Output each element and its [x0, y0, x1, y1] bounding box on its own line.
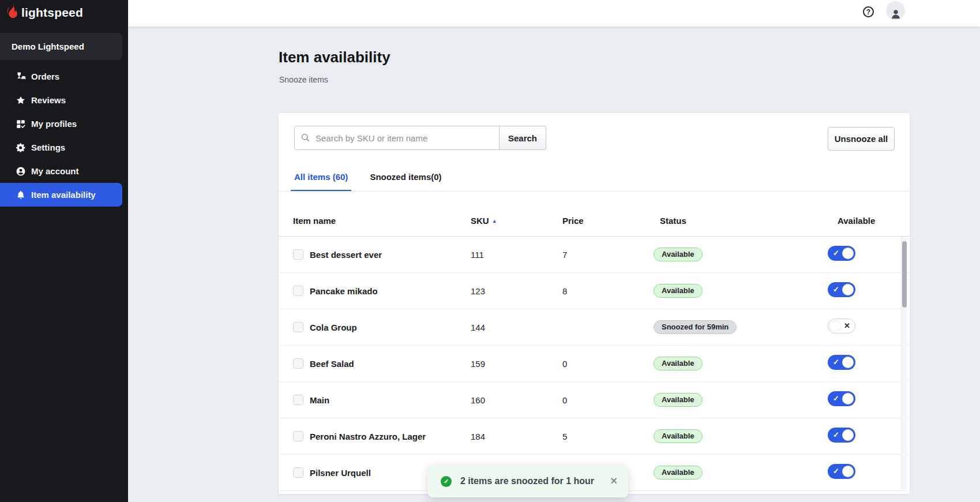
sidebar-item-label: My profiles: [31, 119, 77, 129]
status-badge: Available: [654, 393, 703, 407]
scrollbar-track[interactable]: [901, 237, 907, 491]
table-row: Beef Salad 159 0 Available ✓: [279, 346, 910, 382]
sidebar-item-my-account[interactable]: My account: [0, 159, 122, 183]
toast-notification: ✓ 2 items are snoozed for 1 hour ✕: [428, 465, 628, 497]
toggle-cell: ✕: [828, 319, 855, 336]
toggle-cell: ✓: [828, 428, 855, 445]
item-price: 7: [562, 250, 567, 260]
availability-toggle-off[interactable]: ✕: [828, 319, 855, 334]
orders-icon: [16, 72, 26, 82]
tabs: All items (60)Snoozed items(0): [291, 171, 460, 192]
check-icon: ✓: [833, 467, 839, 475]
item-name: Main: [310, 395, 329, 405]
row-checkbox[interactable]: [293, 322, 303, 332]
toggle-knob: [842, 429, 854, 441]
availability-toggle-on[interactable]: ✓: [828, 464, 855, 479]
column-status[interactable]: Status: [660, 216, 686, 226]
check-icon: ✓: [833, 285, 839, 294]
scrollbar-thumb[interactable]: [902, 241, 907, 308]
tab-all-items-60[interactable]: All items (60): [291, 171, 351, 192]
column-item-name[interactable]: Item name: [293, 216, 336, 226]
account-icon: [16, 166, 26, 177]
availability-toggle-on[interactable]: ✓: [828, 282, 855, 297]
row-checkbox[interactable]: [293, 431, 303, 441]
availability-toggle-on[interactable]: ✓: [828, 246, 855, 261]
item-name: Cola Group: [310, 323, 357, 332]
table-row: Cola Group 144 Snoozed for 59min ✕: [279, 309, 910, 346]
sidebar-item-label: Settings: [31, 143, 65, 152]
search-group: Search: [294, 126, 546, 150]
column-available[interactable]: Available: [838, 216, 875, 226]
item-name: Beef Salad: [310, 359, 354, 369]
sidebar-item-label: Orders: [31, 72, 59, 81]
search-input[interactable]: [294, 126, 500, 150]
sidebar: lightspeed Demo Lightspeed OrdersReviews…: [0, 0, 128, 502]
row-checkbox[interactable]: [293, 286, 303, 296]
toggle-knob: [842, 393, 854, 404]
item-sku: 111: [471, 250, 484, 260]
page-subtitle: Snooze items: [279, 75, 328, 84]
sidebar-item-label: Reviews: [31, 95, 66, 105]
item-name: Pancake mikado: [310, 286, 378, 296]
lightspeed-flame-icon: [6, 3, 19, 21]
star-icon: [16, 95, 26, 106]
unsnooze-all-button[interactable]: Unsnooze all: [828, 127, 895, 151]
success-check-icon: ✓: [441, 476, 452, 487]
check-icon: ✓: [833, 430, 839, 439]
search-button[interactable]: Search: [500, 126, 546, 150]
workspace-selector[interactable]: Demo Lightspeed: [0, 33, 122, 60]
item-name: Pilsner Urquell: [310, 468, 371, 478]
row-checkbox[interactable]: [293, 358, 303, 369]
column-sku[interactable]: SKU▲: [471, 216, 497, 226]
row-checkbox[interactable]: [293, 249, 303, 260]
item-price: 0: [562, 359, 567, 369]
table-header: Item name SKU▲ Price Status Available: [279, 192, 910, 237]
availability-toggle-on[interactable]: ✓: [828, 355, 855, 370]
sidebar-nav: OrdersReviewsMy profilesSettingsMy accou…: [0, 65, 122, 207]
check-icon: ✓: [833, 394, 839, 403]
sort-asc-icon: ▲: [492, 218, 497, 224]
sidebar-item-label: My account: [31, 166, 79, 176]
table-row: Peroni Nastro Azzuro, Lager 184 5 Availa…: [279, 418, 910, 455]
toggle-cell: ✓: [828, 282, 855, 299]
toggle-knob: [829, 320, 841, 332]
sidebar-item-orders[interactable]: Orders: [0, 65, 122, 88]
help-icon[interactable]: ?: [863, 6, 874, 17]
tab-snoozed-items-0[interactable]: Snoozed items(0): [366, 171, 445, 192]
sidebar-item-reviews[interactable]: Reviews: [0, 88, 122, 112]
item-price: 8: [562, 286, 567, 296]
availability-toggle-on[interactable]: ✓: [828, 428, 855, 443]
item-name: Best dessert ever: [310, 250, 382, 260]
availability-toggle-on[interactable]: ✓: [828, 391, 855, 406]
toggle-knob: [842, 284, 854, 295]
user-avatar-icon[interactable]: [886, 1, 905, 20]
topbar: ?: [128, 0, 980, 27]
toast-message: 2 items are snoozed for 1 hour: [460, 476, 594, 486]
logo-text: lightspeed: [21, 6, 83, 20]
profiles-icon: [16, 119, 26, 129]
toggle-cell: ✓: [828, 355, 855, 372]
status-badge: Available: [654, 284, 703, 298]
item-sku: 159: [471, 359, 485, 369]
check-icon: ✓: [833, 249, 839, 257]
column-price[interactable]: Price: [562, 216, 584, 226]
sidebar-item-label: Item availability: [31, 190, 96, 200]
sidebar-item-item-availability[interactable]: Item availability: [0, 183, 122, 207]
item-price: 5: [562, 432, 567, 441]
table-row: Main 160 0 Available ✓: [279, 382, 910, 418]
close-icon[interactable]: ✕: [610, 475, 618, 486]
table-body: Best dessert ever 111 7 Available ✓ Panc…: [279, 237, 910, 491]
status-badge: Available: [654, 466, 703, 479]
toggle-cell: ✓: [828, 246, 855, 263]
status-badge: Available: [654, 248, 703, 261]
item-sku: 123: [471, 286, 485, 296]
status-badge: Available: [654, 357, 703, 370]
sidebar-item-settings[interactable]: Settings: [0, 136, 122, 159]
status-badge: Available: [654, 429, 703, 443]
toggle-knob: [842, 466, 854, 477]
check-icon: ✓: [833, 358, 839, 366]
row-checkbox[interactable]: [293, 467, 303, 478]
bell-icon: [16, 190, 26, 200]
sidebar-item-my-profiles[interactable]: My profiles: [0, 112, 122, 136]
row-checkbox[interactable]: [293, 395, 303, 405]
